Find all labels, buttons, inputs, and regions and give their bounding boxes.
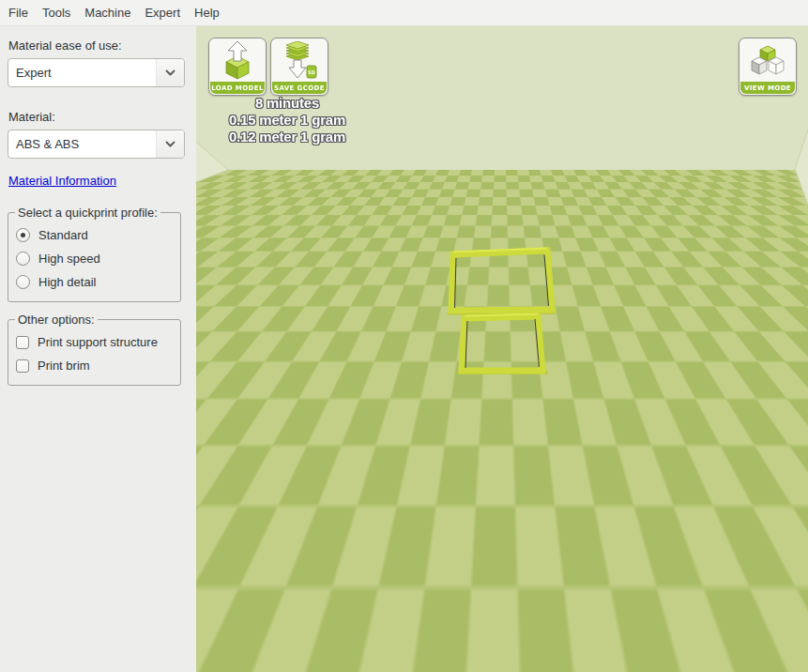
radio-standard[interactable]: Standard: [16, 226, 173, 244]
model-outline-front[interactable]: [458, 314, 547, 374]
checkbox-print-support[interactable]: Print support structure: [16, 333, 173, 351]
print-time: 8 minutes: [198, 95, 376, 112]
menu-expert[interactable]: Expert: [145, 6, 180, 20]
quickprint-profile-group: Select a quickprint profile: Standard Hi…: [8, 206, 181, 302]
view-mode-button[interactable]: VIEW MODE: [739, 38, 797, 96]
other-options-group: Other options: Print support structure P…: [8, 313, 181, 386]
checkbox-icon[interactable]: [16, 359, 29, 373]
print-stats: 8 minutes 0.15 meter 1 gram 0.12 meter 1…: [198, 95, 376, 145]
chevron-down-icon: [156, 59, 184, 86]
material-select[interactable]: ABS & ABS: [8, 130, 185, 159]
material-ease-value: Expert: [8, 66, 156, 80]
material-information-link[interactable]: Material Information: [8, 174, 116, 188]
menu-machine[interactable]: Machine: [84, 6, 130, 20]
settings-sidebar: Material ease of use: Expert Material: A…: [0, 26, 196, 672]
checkbox-print-brim[interactable]: Print brim: [16, 357, 173, 374]
save-gcode-button[interactable]: SD SAVE GCODE: [270, 38, 328, 96]
chevron-down-icon: [156, 130, 184, 158]
radio-standard-label: Standard: [38, 228, 88, 242]
material-ease-label: Material ease of use:: [8, 38, 122, 53]
radio-high-detail[interactable]: High detail: [16, 273, 173, 291]
checkbox-icon[interactable]: [16, 336, 29, 349]
radio-icon[interactable]: [16, 228, 30, 242]
radio-icon[interactable]: [16, 252, 30, 266]
filament-usage-1: 0.15 meter 1 gram: [198, 112, 376, 129]
material-label: Material:: [8, 110, 55, 124]
load-model-button[interactable]: LOAD MODEL: [208, 38, 267, 96]
radio-high-speed[interactable]: High speed: [16, 250, 173, 267]
3d-viewport[interactable]: LOAD MODEL SD SAVE GCODE: [196, 26, 808, 672]
save-gcode-label: SAVE GCODE: [272, 82, 327, 94]
load-model-icon: [210, 39, 265, 82]
checkbox-print-support-label: Print support structure: [38, 335, 158, 349]
view-mode-label: VIEW MODE: [740, 82, 795, 94]
model-outline-back[interactable]: [448, 249, 556, 314]
menu-help[interactable]: Help: [194, 6, 220, 20]
quickprint-profile-legend: Select a quickprint profile:: [15, 206, 160, 220]
radio-icon[interactable]: [16, 275, 30, 289]
menu-file[interactable]: File: [8, 6, 28, 20]
radio-high-speed-label: High speed: [38, 252, 100, 266]
menu-bar: File Tools Machine Expert Help: [0, 0, 808, 26]
view-mode-icon: [740, 39, 795, 82]
radio-high-detail-label: High detail: [38, 275, 96, 289]
load-model-label: LOAD MODEL: [210, 82, 265, 94]
other-options-legend: Other options:: [15, 313, 98, 327]
material-ease-select[interactable]: Expert: [8, 58, 185, 87]
build-area-wall-right: [795, 130, 808, 205]
filament-usage-2: 0.12 meter 1 gram: [198, 129, 376, 145]
menu-tools[interactable]: Tools: [42, 6, 70, 20]
sd-card-label: SD: [308, 69, 315, 75]
checkbox-print-brim-label: Print brim: [38, 359, 90, 373]
save-gcode-icon: SD: [272, 39, 327, 82]
material-value: ABS & ABS: [8, 137, 156, 151]
